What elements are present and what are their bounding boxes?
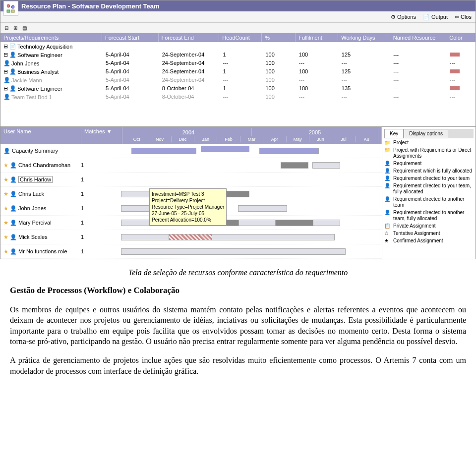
key-label: Private Assignment xyxy=(393,223,436,229)
toolbar: ⚙Options 📄Output ⇦Clos xyxy=(0,11,476,23)
tree-icon: 👤 xyxy=(3,77,10,83)
key-icon: 👤 xyxy=(384,183,391,189)
col-headcount[interactable]: HeadCount xyxy=(219,33,262,42)
person-icon: 👤 xyxy=(10,220,17,226)
lower-pane: User Name Matches ▼ 20042005 OctNovDecJa… xyxy=(0,126,476,259)
table-row[interactable]: 👤 Jackie Mann5-April-0424-September-04--… xyxy=(0,76,476,84)
key-icon: 👤 xyxy=(384,161,391,167)
row-name: Business Analyst xyxy=(17,69,59,75)
allocation-bar[interactable] xyxy=(281,162,308,169)
star-icon: ★ xyxy=(3,234,8,240)
svg-point-1 xyxy=(11,5,14,8)
output-button[interactable]: 📄Output xyxy=(423,14,448,20)
gear-icon: ⚙ xyxy=(391,14,396,20)
expand-icon[interactable]: ⊞ xyxy=(11,24,19,32)
table-row[interactable]: ⊟ 👤 Software Engineer5-April-0424-Septem… xyxy=(0,51,476,59)
user-name: Mr No functions role xyxy=(18,248,67,254)
row-name: Team Test Bod 1 xyxy=(11,94,52,100)
color-swatch xyxy=(450,86,460,90)
person-icon: 👤 xyxy=(10,162,17,169)
star-icon: ★ xyxy=(3,248,8,255)
key-item: ★Confirmed Assignment xyxy=(384,238,474,244)
key-label: Project xyxy=(393,140,409,146)
lower-header: User Name Matches ▼ 20042005 OctNovDecJa… xyxy=(0,127,382,144)
col-working-days[interactable]: Working Days xyxy=(338,33,390,42)
col-named-resource[interactable]: Named Resource xyxy=(390,33,447,42)
tree-icon: ⊟ 📄 xyxy=(3,43,16,50)
grid-body: ⊟ 📄 Technology Acquisition⊟ 👤 Software E… xyxy=(0,42,476,126)
key-icon: 👤 xyxy=(384,210,391,216)
user-row[interactable]: ★👤Mr No functions role1 xyxy=(0,244,382,259)
row-name: Jackie Mann xyxy=(11,77,42,83)
tab-key[interactable]: Key xyxy=(384,129,404,138)
key-item: 👤Requirement directed to another team xyxy=(384,196,474,208)
timeline-header: 20042005 OctNovDecJanFebMarAprMayJunJulA… xyxy=(122,127,382,144)
grid-header: Projects/Requirements Forecast Start For… xyxy=(0,33,476,42)
collapse-icon[interactable]: ⊟ xyxy=(2,24,10,32)
key-item: 📋Private Assignment xyxy=(384,223,474,229)
user-name: Chris Harlow xyxy=(18,176,53,182)
tool-icon[interactable]: ▤ xyxy=(20,24,28,32)
col-forecast-end[interactable]: Forecast End xyxy=(159,33,220,42)
matches-value: 1 xyxy=(78,162,116,168)
key-item: 👤Requirement directed to another team, f… xyxy=(384,210,474,222)
col-percent[interactable]: % xyxy=(262,33,296,42)
matches-value: 1 xyxy=(78,205,116,211)
key-label: Requirement directed to another team, fu… xyxy=(393,210,474,222)
table-row[interactable]: 👤 Team Test Bod 15-April-048-October-04-… xyxy=(0,93,476,101)
allocation-tooltip: Investment=MSP Test 3 Project=Delivery P… xyxy=(149,188,227,226)
options-button[interactable]: ⚙Options xyxy=(391,14,416,20)
allocation-bar[interactable] xyxy=(312,162,340,169)
key-item: 👤Requirement directed to your team xyxy=(384,175,474,181)
col-user-name[interactable]: User Name xyxy=(0,127,81,144)
user-name-input[interactable]: Chris Harlow xyxy=(18,176,53,183)
matches-value: 1 xyxy=(78,248,116,254)
tab-display-options[interactable]: Display options xyxy=(404,129,448,138)
row-name: Software Engineer xyxy=(17,86,62,92)
svg-rect-2 xyxy=(7,10,10,12)
user-name: Mick Scales xyxy=(18,234,48,240)
star-icon: ★ xyxy=(3,176,8,183)
user-row[interactable]: ★👤Chad Chandramohan1 xyxy=(0,158,382,173)
key-item: 👤Requirement which is fully allocated xyxy=(384,168,474,174)
tree-icon: 👤 xyxy=(3,60,10,66)
col-fulfilment[interactable]: Fulfilment xyxy=(296,33,338,42)
col-matches[interactable]: Matches ▼ xyxy=(81,127,122,144)
col-forecast-start[interactable]: Forecast Start xyxy=(102,33,159,42)
user-name: Mary Percival xyxy=(18,220,52,226)
user-row[interactable]: ★👤Chris Harlow1 xyxy=(0,173,382,187)
user-row[interactable]: ★👤Mick Scales1 xyxy=(0,230,382,244)
table-row[interactable]: ⊟ 👤 Business Analyst5-April-0424-Septemb… xyxy=(0,67,476,76)
month-label: Jun xyxy=(309,136,332,142)
figure-caption: Tela de seleção de recursos conforme car… xyxy=(10,267,466,278)
row-name: Software Engineer xyxy=(17,52,62,58)
person-icon: 👤 xyxy=(10,248,17,255)
user-name: John Jones xyxy=(18,205,46,211)
capacity-summary-row: 👤Capacity Summary xyxy=(0,144,382,158)
tree-icon: ⊟ 👤 xyxy=(3,68,16,75)
matches-value: 1 xyxy=(78,176,116,182)
table-row[interactable]: ⊟ 👤 Software Engineer5-April-048-October… xyxy=(0,84,476,93)
col-color[interactable]: Color xyxy=(446,33,476,42)
allocation-bar[interactable] xyxy=(275,220,313,226)
key-list: 📁Project📁Project with Requirements or Di… xyxy=(384,140,474,244)
person-icon: 👤 xyxy=(10,205,17,212)
table-row[interactable]: 👤 John Jones5-April-0424-September-04---… xyxy=(0,59,476,67)
table-row[interactable]: ⊟ 📄 Technology Acquisition xyxy=(0,42,476,51)
paragraph-1: Os membros de equipes e outros usuários … xyxy=(10,304,466,347)
allocation-bar[interactable] xyxy=(121,248,346,255)
close-button[interactable]: ⇦Clos xyxy=(455,14,472,20)
key-label: Project with Requirements or Direct Assi… xyxy=(393,147,474,159)
allocation-bar[interactable] xyxy=(169,234,212,240)
key-icon: 📁 xyxy=(384,140,391,146)
lower-left: User Name Matches ▼ 20042005 OctNovDecJa… xyxy=(0,127,382,259)
mini-toolbar: ⊟ ⊞ ▤ xyxy=(0,23,476,33)
star-icon: ★ xyxy=(3,205,8,212)
person-icon: 👤 xyxy=(3,148,10,154)
allocation-bar[interactable] xyxy=(238,205,287,212)
document-text: Tela de seleção de recursos conforme car… xyxy=(0,259,476,394)
month-label: Oct xyxy=(125,136,148,142)
allocation-bar[interactable] xyxy=(121,234,335,240)
key-item: 📁Project with Requirements or Direct Ass… xyxy=(384,147,474,159)
col-projects[interactable]: Projects/Requirements xyxy=(0,33,102,42)
